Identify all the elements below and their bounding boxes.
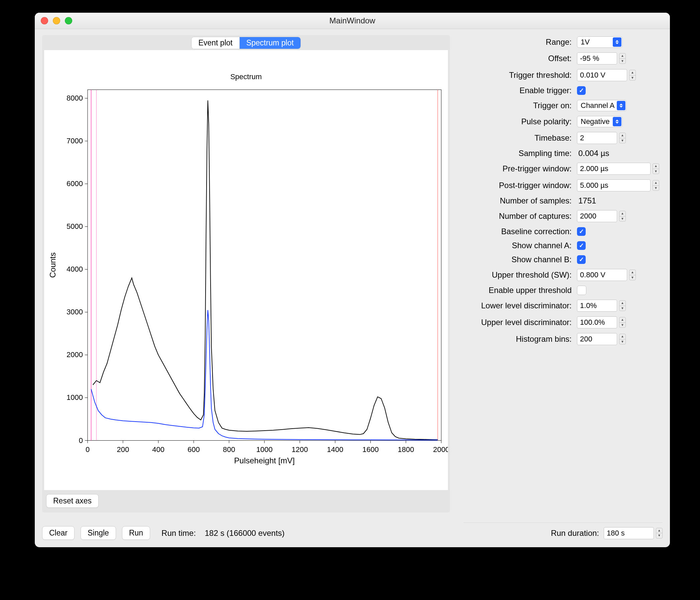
close-icon[interactable] (41, 17, 48, 24)
lower_level_disc-input[interactable] (577, 300, 617, 312)
range-label: Range: (458, 37, 572, 47)
run-duration-label: Run duration: (551, 528, 599, 538)
plot-tabs: Event plot Spectrum plot (192, 37, 300, 49)
offset-input[interactable] (577, 52, 617, 64)
run-button[interactable]: Run (122, 526, 150, 540)
svg-text:2000: 2000 (67, 350, 83, 359)
run-time-value: 182 s (166000 events) (205, 528, 284, 538)
histogram_bins-stepper[interactable]: ▲▼ (619, 334, 626, 344)
svg-text:400: 400 (152, 445, 165, 454)
sampling_time-label: Sampling time: (458, 149, 572, 158)
single-button[interactable]: Single (80, 526, 116, 540)
number_of_captures-label: Number of captures: (458, 211, 572, 221)
baseline_correction-label: Baseline correction: (458, 227, 572, 236)
number_of_samples-value: 1751 (577, 196, 596, 205)
svg-text:5000: 5000 (67, 222, 83, 231)
sampling_time-value: 0.004 µs (577, 149, 609, 158)
svg-text:Spectrum: Spectrum (230, 73, 262, 81)
post_trigger_window-label: Post-trigger window: (458, 181, 572, 190)
svg-text:2000: 2000 (433, 445, 448, 454)
histogram_bins-input[interactable] (577, 333, 617, 345)
timebase-input[interactable] (577, 132, 617, 144)
baseline_correction-checkbox[interactable]: ✓ (577, 227, 586, 236)
svg-text:200: 200 (117, 445, 129, 454)
svg-text:1600: 1600 (362, 445, 379, 454)
svg-text:1000: 1000 (67, 393, 83, 401)
minimize-icon[interactable] (53, 17, 60, 24)
window-title: MainWindow (35, 16, 670, 25)
offset-stepper[interactable]: ▲▼ (619, 53, 626, 64)
spectrum-plot[interactable]: Spectrum02004006008001000120014001600180… (44, 50, 448, 490)
svg-text:8000: 8000 (67, 94, 83, 102)
trigger_threshold-input[interactable] (577, 69, 627, 81)
enable_trigger-checkbox[interactable]: ✓ (577, 86, 586, 95)
svg-text:1800: 1800 (398, 445, 414, 454)
post_trigger_window-stepper[interactable]: ▲▼ (652, 180, 659, 191)
show_channel_b-checkbox[interactable]: ✓ (577, 255, 586, 264)
svg-text:1400: 1400 (327, 445, 343, 454)
number_of_samples-label: Number of samples: (458, 196, 572, 205)
upper_level_disc-input[interactable] (577, 316, 617, 329)
svg-text:1000: 1000 (256, 445, 273, 454)
post_trigger_window-input[interactable] (577, 179, 651, 191)
lower_level_disc-label: Lower level discriminator: (458, 301, 572, 310)
pre_trigger_window-input[interactable] (577, 163, 651, 175)
series-channel-a (93, 101, 438, 440)
svg-text:7000: 7000 (67, 137, 83, 145)
svg-text:6000: 6000 (67, 179, 83, 188)
pulse_polarity-select[interactable]: Negative (577, 116, 622, 127)
clear-button[interactable]: Clear (42, 526, 75, 540)
number_of_captures-stepper[interactable]: ▲▼ (619, 211, 626, 221)
show_channel_a-checkbox[interactable]: ✓ (577, 241, 586, 250)
pre_trigger_window-stepper[interactable]: ▲▼ (652, 163, 659, 174)
series-channel-b (91, 310, 438, 440)
run-duration-stepper[interactable]: ▲▼ (656, 528, 662, 539)
pre_trigger_window-label: Pre-trigger window: (458, 164, 572, 174)
upper_level_disc-stepper[interactable]: ▲▼ (619, 317, 626, 328)
pulse_polarity-label: Pulse polarity: (458, 117, 572, 126)
zoom-icon[interactable] (65, 17, 72, 24)
enable_upper_thr-label: Enable upper threshold (458, 286, 572, 295)
upper_threshold_sw-input[interactable] (577, 269, 627, 281)
trigger_on-select[interactable]: Channel A (577, 100, 626, 111)
main-window: MainWindow Event plot Spectrum plot Spec… (35, 13, 670, 547)
range-select[interactable]: 1V (577, 36, 622, 48)
svg-text:0: 0 (79, 436, 83, 445)
offset-label: Offset: (458, 54, 572, 63)
svg-text:800: 800 (223, 445, 235, 454)
run-duration-input[interactable] (604, 527, 654, 539)
histogram_bins-label: Histogram bins: (458, 334, 572, 344)
tab-event-plot[interactable]: Event plot (192, 37, 239, 49)
svg-text:1200: 1200 (292, 445, 308, 454)
svg-text:0: 0 (85, 445, 90, 454)
svg-text:Pulseheight [mV]: Pulseheight [mV] (234, 456, 295, 465)
chevron-up-down-icon (613, 37, 621, 47)
trigger_threshold-stepper[interactable]: ▲▼ (629, 70, 636, 80)
run-time-label: Run time: (161, 528, 196, 538)
upper_threshold_sw-label: Upper threshold (SW): (458, 270, 572, 280)
trigger_on-label: Trigger on: (458, 101, 572, 110)
number_of_captures-input[interactable] (577, 210, 617, 222)
window-controls (41, 17, 72, 24)
chevron-up-down-icon (617, 101, 625, 110)
lower_level_disc-stepper[interactable]: ▲▼ (619, 300, 626, 311)
svg-rect-1 (88, 90, 441, 441)
svg-text:600: 600 (188, 445, 200, 454)
tab-spectrum-plot[interactable]: Spectrum plot (240, 37, 301, 49)
upper_threshold_sw-stepper[interactable]: ▲▼ (629, 269, 636, 280)
enable_trigger-label: Enable trigger: (458, 86, 572, 95)
reset-axes-button[interactable]: Reset axes (46, 494, 99, 508)
timebase-label: Timebase: (458, 133, 572, 142)
titlebar: MainWindow (35, 13, 670, 29)
svg-text:3000: 3000 (67, 308, 83, 316)
svg-text:4000: 4000 (67, 265, 83, 273)
timebase-stepper[interactable]: ▲▼ (619, 133, 626, 143)
enable_upper_thr-checkbox[interactable]: ✓ (577, 286, 586, 295)
upper_level_disc-label: Upper level discriminator: (458, 318, 572, 327)
show_channel_b-label: Show channel B: (458, 255, 572, 264)
show_channel_a-label: Show channel A: (458, 241, 572, 250)
trigger_threshold-label: Trigger threshold: (458, 71, 572, 80)
svg-text:Counts: Counts (48, 252, 57, 278)
chevron-up-down-icon (613, 117, 621, 126)
